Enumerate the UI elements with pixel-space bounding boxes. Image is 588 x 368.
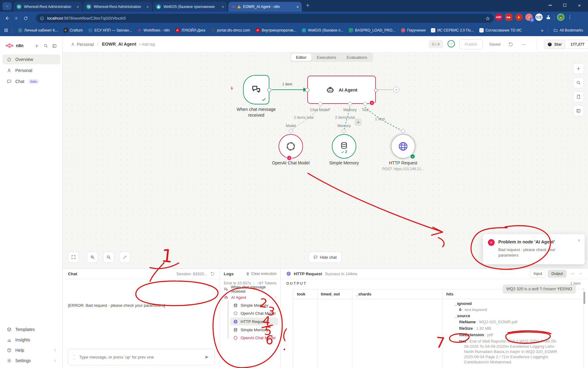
output-port[interactable] (267, 88, 272, 92)
input-tab-button[interactable]: Input (530, 270, 546, 278)
session-reset-icon[interactable] (210, 272, 215, 276)
github-star-count[interactable]: 177,277 (567, 40, 588, 49)
hide-chat-button[interactable]: Hide chat (309, 252, 342, 263)
window-minimize-button[interactable] (543, 0, 557, 10)
more-options-icon[interactable] (521, 42, 526, 47)
sidebar-item-chat[interactable]: Chat beta (2, 77, 60, 86)
layout-panel-button[interactable] (573, 105, 584, 116)
column-header-shards[interactable]: _shards (356, 292, 371, 296)
column-header-hits[interactable]: hits (446, 292, 453, 296)
add-tag-button[interactable]: + Add tag (139, 42, 155, 47)
history-icon[interactable] (508, 42, 513, 47)
log-row-simple-memory-1[interactable]: Simple Memory (233, 301, 279, 309)
speed-extension-icon[interactable]: ▶▶ (505, 13, 512, 21)
stop-hand-extension-icon[interactable]: ✋ (515, 13, 522, 21)
tab-editor[interactable]: Editor (291, 54, 311, 61)
puzzle-extensions-icon[interactable] (545, 14, 551, 20)
tab-executions[interactable]: Executions (312, 54, 341, 61)
browser-tab-1[interactable]: W Whereoil-Rest Administration × (13, 2, 82, 12)
close-icon[interactable]: × (296, 5, 299, 9)
clear-execution-button[interactable]: Clear execution (246, 272, 277, 276)
bookmark-item[interactable]: Поручения (401, 28, 426, 32)
toast-close-button[interactable]: × (578, 238, 580, 243)
translate-extension-icon[interactable]: G文 (535, 13, 543, 21)
window-maximize-button[interactable] (558, 0, 572, 10)
log-row-openai-1[interactable]: OpenAI Chat Model (233, 309, 279, 317)
log-row-simple-memory-2[interactable]: Simple Memory (233, 326, 279, 334)
apps-grid-icon[interactable] (4, 28, 9, 33)
chevron-down-icon[interactable] (579, 272, 582, 276)
browser-tab-4-active[interactable]: EOWR_AI Agent - n8n × (228, 2, 302, 12)
sidebar-item-overview[interactable]: Overview (2, 54, 60, 64)
add-connection-button[interactable] (393, 87, 399, 93)
bookmark-item[interactable]: CCraftum (64, 28, 83, 32)
send-icon[interactable] (204, 354, 210, 360)
log-row-root[interactable]: When chat message received (224, 285, 279, 293)
address-bar[interactable]: localhost:5678/workflow/C3tvcTqGDIVbxzkS (36, 14, 494, 23)
node-http-request[interactable] (391, 134, 415, 159)
profile-avatar[interactable]: 🧑 (557, 13, 564, 21)
info-icon[interactable] (40, 16, 44, 21)
all-bookmarks-button[interactable]: All Bookmarks (553, 28, 583, 32)
log-row-agent[interactable]: AI Agent (224, 293, 279, 301)
workflow-title[interactable]: EOWR_AI Agent (102, 42, 136, 47)
bookmark-item[interactable]: ⟋Согласование ТО ИС (479, 28, 522, 32)
zoom-to-fit-button[interactable] (68, 252, 79, 263)
search-nodes-button[interactable] (573, 77, 584, 88)
github-star-button[interactable]: Star (544, 40, 565, 49)
sticky-note-button[interactable] (573, 91, 584, 102)
new-workflow-plus-icon[interactable] (34, 43, 39, 48)
browser-tab-3[interactable]: ◉ WellGIS (базовое приложение × (153, 2, 227, 12)
sidebar-item-help[interactable]: Help (2, 345, 60, 355)
log-row-http-request-selected[interactable]: HTTP Request (230, 317, 278, 325)
bookmark-item[interactable]: Workflows - n8n (137, 28, 170, 32)
tidy-up-button[interactable] (119, 252, 130, 263)
breadcrumb-project[interactable]: Personal (77, 42, 94, 47)
node-chat-trigger[interactable] (243, 75, 269, 104)
log-row-openai-2-error[interactable]: OpenAI Chat Model (233, 334, 279, 342)
new-tab-button[interactable] (305, 2, 310, 8)
sidebar-item-personal[interactable]: Personal (2, 66, 60, 75)
workflow-canvas[interactable]: Editor Executions Evaluations When chat … (63, 53, 588, 268)
reload-button[interactable] (23, 15, 28, 21)
browser-tab-2[interactable]: W Whereoil-Rest Administration × (83, 2, 152, 12)
bookmark-star-button[interactable] (485, 16, 490, 21)
evaluation-check-button[interactable] (448, 40, 455, 47)
node-ai-agent[interactable]: AI Agent (307, 76, 376, 104)
output-port[interactable] (374, 88, 378, 92)
scrollbar-thumb[interactable] (583, 292, 585, 304)
publish-button[interactable]: Publish (459, 39, 483, 49)
more-options-icon[interactable] (570, 272, 575, 276)
adblock-extension-icon[interactable]: ABP (495, 13, 502, 21)
bookmark-item[interactable]: ЛВнутрикорпоратив... (256, 28, 296, 32)
output-tab-button[interactable]: Output (548, 270, 567, 278)
browser-menu-icon[interactable] (567, 15, 572, 20)
prev-message-stepper[interactable] (73, 354, 76, 361)
add-node-button[interactable] (573, 63, 584, 74)
close-icon[interactable]: × (222, 5, 224, 9)
bookmark-item[interactable]: Личный кабинет К... (18, 28, 58, 32)
node-openai-chat-model[interactable] (279, 134, 303, 159)
column-header-took[interactable]: took (297, 292, 305, 296)
bookmarks-overflow-button[interactable]: » (541, 28, 544, 33)
input-port[interactable] (305, 88, 309, 92)
zoom-out-button[interactable] (103, 252, 114, 263)
forward-button[interactable] (14, 15, 19, 21)
tab-evaluations[interactable]: Evaluations (342, 54, 372, 61)
search-icon[interactable] (43, 43, 48, 48)
close-icon[interactable]: × (77, 5, 79, 9)
sidebar-item-settings[interactable]: Settings (2, 356, 60, 366)
chevron-down-icon[interactable] (274, 295, 277, 299)
column-header-timed-out[interactable]: timed_out (321, 292, 340, 296)
bookmark-item[interactable]: ЛЛУКОЙЛ-Диск (175, 28, 205, 32)
sidebar-item-insights[interactable]: Insights (2, 335, 60, 345)
add-tool-button[interactable] (354, 118, 362, 126)
bookmark-item[interactable]: ЕСУ НПП — Заплан... (88, 28, 132, 32)
bookmark-item[interactable]: BASPRO_LOAD_PRO... (349, 28, 395, 32)
bookmark-item[interactable]: portal.dts-dmcc.com (211, 28, 250, 32)
bookmark-item[interactable]: ⟋ИС СЕРВИС 2.0 По... (431, 28, 474, 32)
chat-message-input[interactable] (79, 355, 204, 359)
back-button[interactable] (4, 15, 9, 21)
window-close-button[interactable]: × (572, 0, 586, 10)
close-icon[interactable]: × (146, 5, 149, 9)
